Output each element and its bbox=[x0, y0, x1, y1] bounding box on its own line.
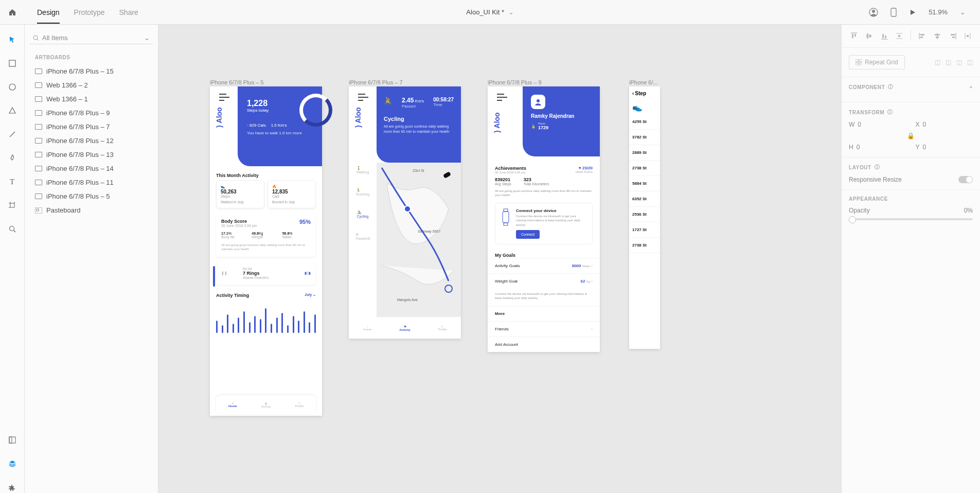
distribute-v-icon[interactable] bbox=[894, 30, 906, 42]
artboard-icon bbox=[35, 180, 42, 185]
artboard-label: Web 1366 – 2 bbox=[46, 81, 88, 89]
nav-home: ⌂Home bbox=[216, 395, 250, 414]
align-right-icon[interactable] bbox=[947, 30, 959, 42]
opacity-label: Opacity bbox=[849, 207, 870, 214]
add-account-row: Add Account bbox=[488, 337, 600, 352]
width-field[interactable]: W 0 bbox=[849, 121, 906, 128]
select-tool-icon[interactable] bbox=[7, 34, 18, 45]
tab-share[interactable]: Share bbox=[119, 8, 138, 16]
align-bottom-icon[interactable] bbox=[878, 30, 890, 42]
artboard-partial[interactable]: ‹ Step 👟 4255 St3782 St2889 St2738 St588… bbox=[629, 86, 660, 349]
km-stat: 1.5 Km's bbox=[271, 123, 287, 128]
friends-row: Friends› bbox=[488, 321, 600, 337]
search-input[interactable]: All Items ⌄ bbox=[30, 32, 153, 44]
align-controls bbox=[842, 25, 980, 48]
nav-activity: ◐Activity bbox=[250, 395, 283, 414]
artboard-item[interactable]: iPhone 6/7/8 Plus – 14 bbox=[30, 162, 153, 175]
responsive-toggle[interactable] bbox=[958, 176, 973, 183]
pasteboard-item[interactable]: Pasteboard bbox=[30, 203, 153, 217]
nav-profile: ☺Profile bbox=[282, 395, 316, 414]
step-row: 1727 St bbox=[629, 222, 660, 238]
document-title[interactable]: Aloo_UI Kit * ⌄ bbox=[466, 8, 513, 16]
design-canvas[interactable]: iPhone 6/7/8 Plus – 5 iPhone 6/7/8 Plus … bbox=[158, 25, 841, 493]
polygon-tool-icon[interactable] bbox=[7, 105, 18, 116]
home-icon[interactable] bbox=[0, 0, 25, 25]
artboard-item[interactable]: iPhone 6/7/8 Plus – 12 bbox=[30, 134, 153, 148]
artboard-label[interactable]: iPhone 6/7/8 Plus – 5 bbox=[210, 79, 264, 85]
play-icon[interactable] bbox=[909, 9, 916, 16]
boolean-intersect-icon[interactable]: ◫ bbox=[956, 59, 962, 66]
opacity-value: 0% bbox=[964, 207, 973, 214]
assets-icon[interactable] bbox=[7, 434, 18, 446]
achievements-section: Achievements 30 June 2018 3:04 pm ♥ 23/2… bbox=[488, 161, 600, 198]
pen-tool-icon[interactable] bbox=[7, 152, 18, 164]
artboard-iphone-9[interactable]: ) Aloo Ramky Rajendran 🏅 Rank1729 Achiev… bbox=[488, 86, 600, 352]
device-preview-icon[interactable] bbox=[890, 8, 897, 17]
artboard-label[interactable]: iPhone 6/7/8 Plus – 9 bbox=[488, 79, 542, 85]
boolean-add-icon[interactable]: ◫ bbox=[935, 59, 940, 66]
align-left-icon[interactable] bbox=[916, 30, 929, 42]
artboard-label: Web 1366 – 1 bbox=[46, 95, 88, 103]
artboard-item[interactable]: iPhone 6/7/8 Plus – 7 bbox=[30, 120, 153, 134]
shoe-icon: 👟 bbox=[629, 100, 660, 114]
align-top-icon[interactable] bbox=[848, 30, 860, 42]
medal-icon: 🏅 bbox=[531, 124, 536, 129]
boolean-subtract-icon[interactable]: ◫ bbox=[946, 59, 951, 66]
rectangle-tool-icon[interactable] bbox=[7, 58, 18, 69]
info-icon[interactable]: ⓘ bbox=[875, 164, 880, 171]
artboards-header: ARTBOARDS bbox=[35, 55, 153, 60]
artboard-item[interactable]: Web 1366 – 1 bbox=[30, 92, 153, 106]
height-field[interactable]: H 0 bbox=[849, 144, 906, 151]
tab-prototype[interactable]: Prototype bbox=[74, 8, 105, 16]
artboard-item[interactable]: iPhone 6/7/8 Plus – 9 bbox=[30, 106, 153, 120]
opacity-slider[interactable] bbox=[849, 218, 973, 220]
artboard-label[interactable]: iPhone 6/7/8 Plus – 7 bbox=[349, 79, 403, 85]
repeat-grid-button[interactable]: Repeat Grid bbox=[849, 55, 905, 69]
user-avatar-icon[interactable] bbox=[869, 8, 878, 17]
chevron-down-icon[interactable]: ⌄ bbox=[960, 8, 966, 16]
artboard-iphone-5[interactable]: ) Aloo 1,228 Steps today ◦ 829 Cals 1.5 … bbox=[210, 86, 322, 416]
y-field[interactable]: Y 0 bbox=[916, 144, 973, 151]
zoom-tool-icon[interactable] bbox=[7, 223, 18, 235]
svg-rect-47 bbox=[952, 37, 955, 38]
artboard-label[interactable]: iPhone 6/... bbox=[629, 79, 658, 85]
avatar-icon bbox=[531, 95, 545, 109]
artboard-item[interactable]: iPhone 6/7/8 Plus – 11 bbox=[30, 175, 153, 189]
body-score-pct: 95% bbox=[299, 219, 311, 227]
svg-line-16 bbox=[37, 39, 39, 41]
layers-icon[interactable] bbox=[7, 458, 18, 469]
info-icon[interactable]: ⓘ bbox=[888, 83, 894, 91]
chevron-down-icon: ⌄ bbox=[144, 34, 150, 42]
connect-device-card: Connect your device Connect the device v… bbox=[495, 203, 593, 244]
lock-icon[interactable]: 🔒 bbox=[849, 132, 973, 139]
distribute-h-icon[interactable] bbox=[961, 30, 974, 42]
brand-logo: ) Aloo bbox=[215, 107, 223, 128]
plugins-icon[interactable] bbox=[7, 482, 18, 493]
artboard-label: iPhone 6/7/8 Plus – 15 bbox=[46, 67, 114, 75]
doc-title-text: Aloo_UI Kit * bbox=[466, 8, 504, 16]
svg-rect-24 bbox=[503, 212, 509, 223]
artboard-iphone-7[interactable]: ) Aloo 🚴 2.45 Km'sPassed 00:58:27Time Cy… bbox=[349, 86, 461, 339]
add-component-icon[interactable]: + bbox=[970, 84, 973, 90]
line-tool-icon[interactable] bbox=[7, 129, 18, 140]
artboard-item[interactable]: iPhone 6/7/8 Plus – 5 bbox=[30, 189, 153, 203]
artboard-item[interactable]: iPhone 6/7/8 Plus – 15 bbox=[30, 64, 153, 78]
artboard-icon bbox=[35, 110, 42, 116]
ellipse-tool-icon[interactable] bbox=[7, 81, 18, 93]
align-vmiddle-icon[interactable] bbox=[863, 30, 876, 42]
map-view: 23rd St Safeway 0667 Mangels Ave bbox=[377, 163, 461, 317]
text-tool-icon[interactable]: T bbox=[7, 176, 18, 187]
menu-icon bbox=[358, 97, 368, 98]
zoom-level[interactable]: 51.9% bbox=[929, 8, 948, 16]
boolean-exclude-icon[interactable]: ◫ bbox=[967, 59, 973, 66]
x-field[interactable]: X 0 bbox=[916, 121, 973, 128]
info-icon[interactable]: ⓘ bbox=[887, 109, 893, 116]
artboard-item[interactable]: Web 1366 – 2 bbox=[30, 78, 153, 92]
align-hcenter-icon[interactable] bbox=[931, 30, 943, 42]
tab-design[interactable]: Design bbox=[37, 8, 60, 24]
menu-icon bbox=[219, 97, 229, 98]
search-text: All Items bbox=[42, 34, 68, 42]
artboard-item[interactable]: iPhone 6/7/8 Plus – 13 bbox=[30, 148, 153, 162]
artboard-tool-icon[interactable] bbox=[7, 200, 18, 211]
svg-rect-51 bbox=[856, 59, 858, 62]
